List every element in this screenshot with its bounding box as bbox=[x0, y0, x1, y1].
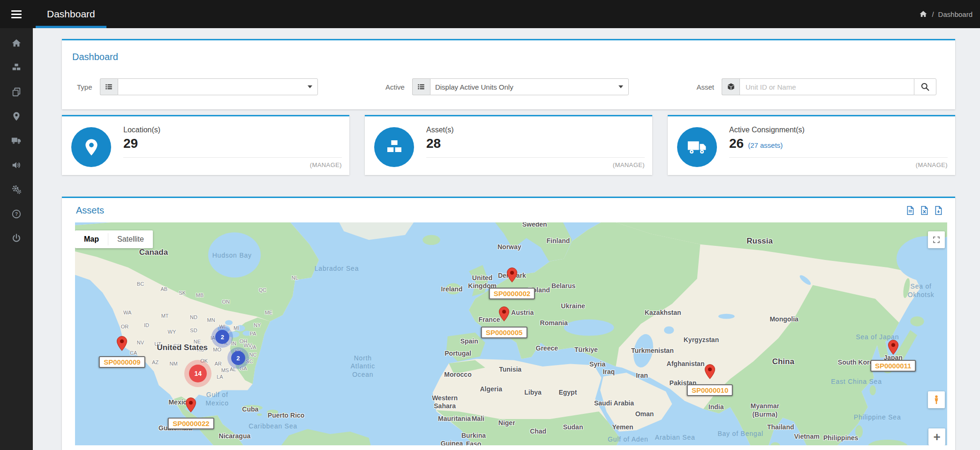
assets-panel-title: Assets bbox=[76, 205, 104, 216]
list-icon bbox=[412, 78, 430, 95]
map-marker-pin[interactable] bbox=[888, 339, 898, 357]
stat-card-2: Active Consignment(s)26(27 assets)(MANAG… bbox=[668, 115, 955, 175]
dashboard-panel-title: Dashboard bbox=[72, 52, 941, 62]
type-filter-label: Type bbox=[77, 83, 92, 91]
assets-panel: Assets bbox=[62, 197, 955, 450]
manage-link[interactable]: (MANAGE) bbox=[123, 161, 342, 168]
stat-value: 28 bbox=[426, 136, 441, 151]
sidebar-item-help[interactable]: ? bbox=[0, 203, 33, 227]
marker-label-chip[interactable]: SP0000009 bbox=[99, 356, 145, 368]
gears-icon bbox=[11, 184, 22, 197]
map-marker-pin[interactable] bbox=[705, 364, 716, 381]
export-pdf-icon[interactable] bbox=[934, 206, 943, 215]
sidebar-item-speaker[interactable] bbox=[0, 154, 33, 178]
sidebar-item-power[interactable] bbox=[0, 227, 33, 252]
sidebar-item-cubes[interactable] bbox=[0, 56, 33, 81]
breadcrumb-separator: / bbox=[932, 10, 934, 18]
list-icon bbox=[100, 78, 118, 95]
active-filter-label: Active bbox=[385, 83, 405, 91]
map-marker-icon bbox=[11, 111, 22, 123]
sidebar-item-copy[interactable] bbox=[0, 81, 33, 105]
cluster-marker[interactable]: 2 bbox=[231, 351, 245, 365]
divider bbox=[729, 157, 948, 158]
divider bbox=[123, 157, 342, 158]
svg-text:?: ? bbox=[15, 212, 18, 217]
marker-label-chip[interactable]: SP0000022 bbox=[168, 418, 214, 429]
main-content: Dashboard Type Active Display Active Un bbox=[33, 28, 980, 450]
marker-label-chip[interactable]: SP0000002 bbox=[489, 288, 535, 299]
sidebar-item-gears[interactable] bbox=[0, 178, 33, 203]
asset-search-input[interactable] bbox=[739, 78, 914, 95]
zoom-in-button[interactable]: + bbox=[928, 428, 945, 445]
location-pin-icon bbox=[71, 127, 111, 167]
top-bar: Dashboard / Dashboard bbox=[0, 0, 980, 28]
copy-icon bbox=[11, 87, 22, 99]
truck-icon bbox=[11, 136, 22, 148]
package-box-icon bbox=[722, 78, 739, 95]
type-filter: Type bbox=[77, 78, 318, 95]
stat-value: 26 bbox=[729, 136, 744, 151]
divider bbox=[426, 157, 645, 158]
sidebar-item-home[interactable] bbox=[0, 32, 33, 56]
map-view-button[interactable]: Map bbox=[75, 230, 108, 248]
stat-card-1: Asset(s)28(MANAGE) bbox=[365, 115, 652, 175]
stat-label: Asset(s) bbox=[426, 126, 645, 134]
active-select[interactable]: Display Active Units Only bbox=[430, 78, 629, 95]
manage-link[interactable]: (MANAGE) bbox=[426, 161, 645, 168]
map-type-control: Map Satellite bbox=[75, 230, 153, 248]
power-icon bbox=[11, 233, 22, 245]
export-buttons bbox=[905, 206, 943, 215]
speaker-icon bbox=[11, 160, 22, 172]
sidebar-item-map-marker[interactable] bbox=[0, 105, 33, 130]
stats-row: Location(s)29(MANAGE)Asset(s)28(MANAGE)A… bbox=[62, 115, 955, 175]
stat-label: Active Consignment(s) bbox=[729, 126, 948, 134]
assets-map[interactable]: Map Satellite + Hudson BayLabrador SeaNo… bbox=[75, 222, 947, 445]
asset-filter-label: Asset bbox=[696, 83, 714, 91]
map-marker-pin[interactable] bbox=[499, 306, 510, 324]
menu-toggle-button[interactable] bbox=[0, 0, 33, 28]
marker-label-chip[interactable]: SP0000011 bbox=[870, 360, 916, 372]
breadcrumb: / Dashboard bbox=[919, 10, 980, 18]
cubes-icon bbox=[11, 62, 22, 75]
export-excel-icon[interactable] bbox=[920, 206, 929, 215]
hamburger-icon bbox=[11, 8, 22, 20]
page-title: Dashboard bbox=[33, 0, 109, 28]
assets-panel-header: Assets bbox=[75, 198, 947, 222]
stat-value: 29 bbox=[123, 136, 138, 151]
map-marker-pin[interactable] bbox=[186, 397, 196, 414]
stat-label: Location(s) bbox=[123, 126, 342, 134]
pegman-streetview-button[interactable] bbox=[928, 391, 945, 408]
map-marker-pin[interactable] bbox=[506, 267, 517, 285]
search-button[interactable] bbox=[914, 78, 936, 95]
export-csv-icon[interactable] bbox=[905, 206, 915, 215]
asset-filter: Asset bbox=[696, 78, 936, 95]
map-marker-pin[interactable] bbox=[117, 336, 128, 353]
stat-card-0: Location(s)29(MANAGE) bbox=[62, 115, 349, 175]
home-icon bbox=[11, 38, 22, 50]
help-icon: ? bbox=[11, 209, 22, 221]
truck-icon bbox=[677, 127, 717, 167]
type-select[interactable] bbox=[118, 78, 318, 95]
home-icon[interactable] bbox=[919, 10, 927, 18]
cluster-marker[interactable]: 14 bbox=[189, 365, 207, 382]
marker-label-chip[interactable]: SP0000010 bbox=[687, 384, 733, 396]
dashboard-panel: Dashboard Type Active Display Active Un bbox=[62, 39, 955, 109]
manage-link[interactable]: (MANAGE) bbox=[729, 161, 948, 168]
cluster-marker[interactable]: 2 bbox=[215, 330, 229, 344]
breadcrumb-current: Dashboard bbox=[938, 10, 972, 18]
satellite-view-button[interactable]: Satellite bbox=[108, 230, 153, 248]
fullscreen-button[interactable] bbox=[928, 231, 945, 248]
sidebar: ? bbox=[0, 28, 33, 450]
active-filter: Active Display Active Units Only bbox=[385, 78, 629, 95]
sidebar-item-truck[interactable] bbox=[0, 130, 33, 154]
cubes-icon bbox=[374, 127, 414, 167]
stat-assets-link[interactable]: (27 assets) bbox=[748, 141, 783, 149]
filter-bar: Type Active Display Active Units Only bbox=[72, 78, 941, 95]
marker-label-chip[interactable]: SP0000005 bbox=[481, 327, 527, 338]
